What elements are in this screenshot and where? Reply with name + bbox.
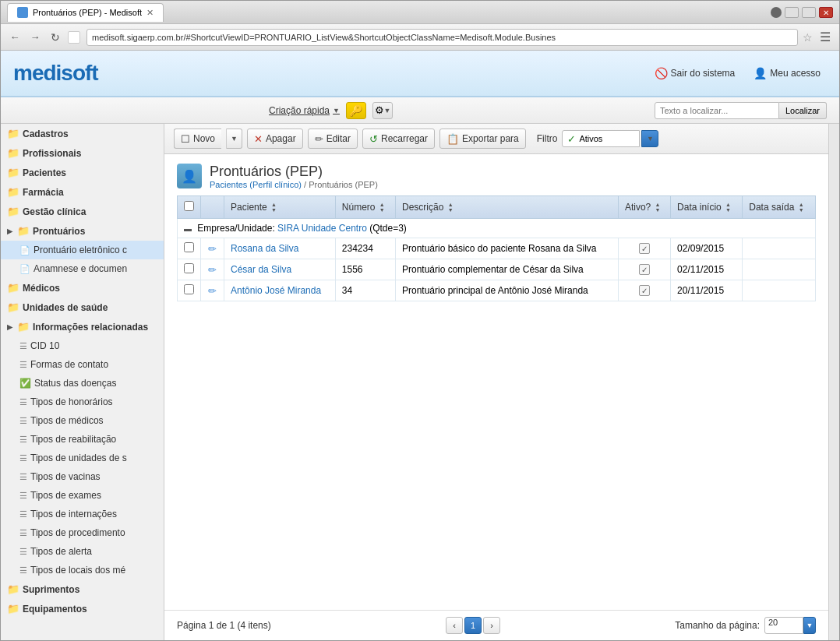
sidebar-item-prontuarios[interactable]: ▶ 📁 Prontuários	[1, 221, 164, 241]
folder-icon: 📁	[7, 186, 19, 198]
sidebar-item-prontuario-eletronico[interactable]: 📄 Prontuário eletrônico c	[1, 241, 164, 259]
list-icon: ☰	[19, 491, 27, 501]
myaccess-label: Meu acesso	[770, 68, 821, 79]
close-btn[interactable]: ✕	[819, 7, 833, 18]
right-scrollbar[interactable]	[828, 124, 839, 640]
browser-tab[interactable]: Prontuários (PEP) - Medisoft ✕	[7, 3, 164, 22]
descricao-sort[interactable]: ▲▼	[448, 202, 454, 213]
list-icon: ☰	[19, 528, 27, 538]
search-btn[interactable]: Localizar	[779, 102, 827, 119]
row1-ativo	[618, 238, 670, 259]
page-title-text: Prontuários (PEP) Pacientes (Perfil clín…	[210, 164, 378, 189]
address-bar[interactable]	[86, 29, 798, 46]
sidebar-item-cid10[interactable]: ☰ CID 10	[1, 336, 164, 355]
editar-label: Editar	[326, 133, 351, 144]
group-expand-icon[interactable]: ▬	[184, 224, 192, 233]
recarregar-btn[interactable]: ↺ Recarregar	[362, 129, 435, 149]
sidebar-item-gestao[interactable]: 📁 Gestão clínica	[1, 202, 164, 221]
sidebar-item-tipos-honorarios[interactable]: ☰ Tipos de honorários	[1, 393, 164, 411]
sidebar-item-unidades[interactable]: 📁 Unidades de saúde	[1, 298, 164, 317]
tab-close-btn[interactable]: ✕	[146, 8, 154, 18]
filter-dropdown-btn[interactable]: ▼	[641, 130, 658, 147]
ativo-sort[interactable]: ▲▼	[655, 202, 661, 213]
row2-checkbox[interactable]	[184, 263, 194, 273]
col-checkbox	[178, 196, 201, 219]
myaccess-btn[interactable]: 👤 Meu acesso	[747, 64, 827, 83]
sidebar-item-equipamentos[interactable]: 📁 Equipamentos	[1, 599, 164, 618]
sidebar-label-equipamentos: Equipamentos	[23, 604, 87, 615]
search-input[interactable]	[655, 102, 779, 119]
paciente-sort[interactable]: ▲▼	[271, 202, 277, 213]
sidebar-item-tipos-locais[interactable]: ☰ Tipos de locais dos mé	[1, 561, 164, 579]
page-size-dropdown-btn[interactable]: ▼	[803, 617, 816, 634]
filtro-label: Filtro	[537, 133, 558, 144]
row3-edit-icon[interactable]: ✏	[208, 285, 217, 297]
sidebar-label-tipos-exames: Tipos de exames	[30, 490, 101, 501]
sidebar-item-tipos-medicos[interactable]: ☰ Tipos de médicos	[1, 411, 164, 430]
sidebar-item-tipos-vacinas[interactable]: ☰ Tipos de vacinas	[1, 467, 164, 486]
novo-icon: ☐	[181, 133, 190, 145]
sidebar-item-farmacia[interactable]: 📁 Farmácia	[1, 182, 164, 202]
sidebar-item-informacoes[interactable]: ▶ 📁 Informações relacionadas	[1, 317, 164, 336]
reload-btn[interactable]: ↻	[48, 30, 63, 45]
row1-data-saida	[743, 238, 816, 259]
criacao-rapida-btn[interactable]: Criação rápida ▼	[269, 105, 340, 116]
sidebar-item-tipos-procedimentos[interactable]: ☰ Tipos de procedimento	[1, 523, 164, 542]
gear-btn[interactable]: ⚙ ▼	[372, 102, 393, 119]
exportar-btn[interactable]: 📋 Exportar para	[439, 129, 526, 149]
star-icon[interactable]: ☆	[803, 31, 813, 44]
sidebar-item-tipos-reabilitacao[interactable]: ☰ Tipos de reabilitação	[1, 430, 164, 449]
exit-btn[interactable]: 🚫 Sair do sistema	[648, 64, 742, 83]
next-page-btn[interactable]: ›	[483, 617, 500, 634]
page-1-btn[interactable]: 1	[464, 617, 482, 634]
pagination-info: Página 1 de 1 (4 itens)	[177, 620, 271, 631]
sidebar-item-anamnese[interactable]: 📄 Anamnese e documen	[1, 259, 164, 278]
sidebar-item-cadastros[interactable]: 📁 Cadastros	[1, 124, 164, 143]
forward-btn[interactable]: →	[27, 30, 43, 45]
prev-page-btn[interactable]: ‹	[446, 617, 463, 634]
browser-menu-btn[interactable]: ☰	[817, 30, 833, 45]
group-link[interactable]: SIRA Unidade Centro	[277, 223, 367, 234]
page-size-select[interactable]: 20	[764, 617, 803, 634]
sidebar-item-profissionais[interactable]: 📁 Profissionais	[1, 143, 164, 163]
row3-checkbox[interactable]	[184, 284, 194, 294]
sidebar-item-tipos-unidades[interactable]: ☰ Tipos de unidades de s	[1, 449, 164, 467]
breadcrumb-link[interactable]: Pacientes (Perfil clínico)	[210, 180, 302, 189]
pagination-bar: Página 1 de 1 (4 itens) ‹ 1 › Tamanho da…	[164, 610, 828, 640]
row1-edit-icon[interactable]: ✏	[208, 243, 217, 255]
row2-paciente-link[interactable]: César da Silva	[231, 264, 291, 275]
sidebar-item-suprimentos[interactable]: 📁 Suprimentos	[1, 579, 164, 599]
editar-btn[interactable]: ✏ Editar	[308, 129, 358, 149]
list-icon: ☰	[19, 509, 27, 519]
data-inicio-sort[interactable]: ▲▼	[725, 202, 731, 213]
filter-select[interactable]: ✓ Ativos	[562, 130, 640, 147]
sidebar-item-tipos-alerta[interactable]: ☰ Tipos de alerta	[1, 542, 164, 561]
novo-arrow-btn[interactable]: ▼	[226, 129, 242, 149]
minimize-btn[interactable]	[785, 7, 799, 18]
key-btn[interactable]: 🔑	[346, 102, 366, 119]
sidebar-label-tipos-alerta: Tipos de alerta	[30, 546, 92, 557]
app-container: medisoft 🚫 Sair do sistema 👤 Meu acesso …	[1, 51, 839, 640]
list-icon: ☰	[19, 397, 27, 407]
select-all-checkbox[interactable]	[184, 201, 194, 211]
sidebar-item-tipos-internacoes[interactable]: ☰ Tipos de internações	[1, 505, 164, 523]
sidebar-item-status-doencas[interactable]: ✅ Status das doenças	[1, 374, 164, 393]
sort-asc-icon: ▲	[725, 202, 731, 207]
sort-asc-icon: ▲	[448, 202, 454, 207]
sidebar-item-medicos[interactable]: 📁 Médicos	[1, 278, 164, 298]
row3-paciente-link[interactable]: Antônio José Miranda	[231, 285, 321, 296]
data-saida-sort[interactable]: ▲▼	[799, 202, 804, 213]
maximize-btn[interactable]	[802, 7, 816, 18]
sort-desc-icon: ▼	[379, 207, 385, 213]
sidebar-item-tipos-exames[interactable]: ☰ Tipos de exames	[1, 486, 164, 505]
row1-paciente-link[interactable]: Rosana da Silva	[231, 243, 298, 254]
numero-sort[interactable]: ▲▼	[379, 202, 385, 213]
sidebar-item-formas-contato[interactable]: ☰ Formas de contato	[1, 355, 164, 374]
sidebar-item-pacientes[interactable]: 📁 Pacientes	[1, 163, 164, 182]
row2-edit-icon[interactable]: ✏	[208, 264, 217, 276]
novo-btn[interactable]: ☐ Novo	[174, 129, 221, 149]
group-count: (Qtde=3)	[369, 223, 407, 234]
back-btn[interactable]: ←	[7, 30, 23, 45]
apagar-btn[interactable]: ✕ Apagar	[247, 129, 303, 149]
row1-checkbox[interactable]	[184, 242, 194, 252]
